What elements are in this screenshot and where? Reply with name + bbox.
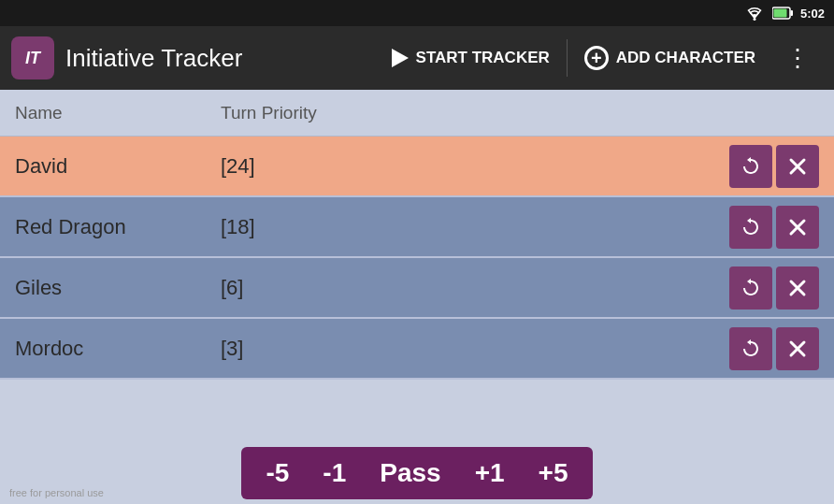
wifi-icon <box>744 6 765 21</box>
name-column-header: Name <box>15 103 221 123</box>
svg-rect-2 <box>773 9 786 18</box>
dice-button[interactable]: -5 <box>249 447 306 499</box>
app-icon: IT <box>11 36 54 79</box>
character-priority: [18] <box>221 215 729 239</box>
character-actions <box>729 206 819 249</box>
remove-button[interactable] <box>776 206 819 249</box>
reroll-icon <box>740 216 762 238</box>
overflow-icon: ⋮ <box>785 44 810 73</box>
dice-button[interactable]: Pass <box>363 447 457 499</box>
characters-list: David [24] Red Dragon [18] <box>0 137 834 380</box>
app-title: Initiative Tracker <box>65 44 375 73</box>
reroll-button[interactable] <box>729 266 772 310</box>
character-row: David [24] <box>0 137 834 197</box>
character-row: Red Dragon [18] <box>0 197 834 258</box>
character-row: Giles [6] <box>0 258 834 319</box>
dice-button[interactable]: -1 <box>306 447 363 499</box>
reroll-button[interactable] <box>729 327 772 370</box>
character-priority: [3] <box>221 337 729 361</box>
dice-buttons-container: -5-1Pass+1+5 <box>241 447 592 499</box>
remove-button[interactable] <box>776 266 819 310</box>
toolbar: IT Initiative Tracker START TRACKER + AD… <box>0 26 834 90</box>
svg-rect-3 <box>790 10 793 16</box>
start-tracker-label: START TRACKER <box>416 49 550 67</box>
priority-column-header: Turn Priority <box>221 103 317 123</box>
close-icon <box>787 217 808 238</box>
play-icon <box>392 49 409 67</box>
character-priority: [6] <box>221 276 729 300</box>
add-character-button[interactable]: + ADD CHARACTER <box>568 26 772 90</box>
remove-button[interactable] <box>776 327 819 370</box>
status-bar: 5:02 <box>0 0 834 26</box>
reroll-button[interactable] <box>729 206 772 249</box>
character-name: David <box>15 154 221 179</box>
watermark: free for personal use <box>9 487 104 498</box>
battery-icon <box>772 7 793 20</box>
character-actions <box>729 145 819 188</box>
reroll-icon <box>740 155 762 178</box>
bottom-bar: -5-1Pass+1+5 <box>0 442 834 504</box>
reroll-icon <box>740 338 762 360</box>
character-actions <box>729 327 819 370</box>
app-icon-text: IT <box>25 49 40 68</box>
reroll-button[interactable] <box>729 145 772 188</box>
time-display: 5:02 <box>800 7 825 21</box>
close-icon <box>787 278 808 298</box>
character-priority: [24] <box>221 154 729 179</box>
svg-point-0 <box>753 18 755 21</box>
dice-button[interactable]: +1 <box>458 447 522 499</box>
character-actions <box>729 266 819 310</box>
reroll-icon <box>740 277 762 299</box>
toolbar-actions: START TRACKER + ADD CHARACTER ⋮ <box>375 26 823 90</box>
character-name: Giles <box>15 276 221 300</box>
start-tracker-button[interactable]: START TRACKER <box>375 26 567 90</box>
close-icon <box>787 156 808 177</box>
character-row: Mordoc [3] <box>0 319 834 380</box>
overflow-menu-button[interactable]: ⋮ <box>772 26 823 90</box>
character-name: Red Dragon <box>15 215 221 239</box>
add-character-label: ADD CHARACTER <box>616 49 755 67</box>
add-circle-icon: + <box>584 46 609 70</box>
character-name: Mordoc <box>15 337 221 361</box>
column-headers: Name Turn Priority <box>0 90 834 137</box>
dice-button[interactable]: +5 <box>522 447 585 499</box>
close-icon <box>787 338 808 359</box>
remove-button[interactable] <box>776 145 819 188</box>
